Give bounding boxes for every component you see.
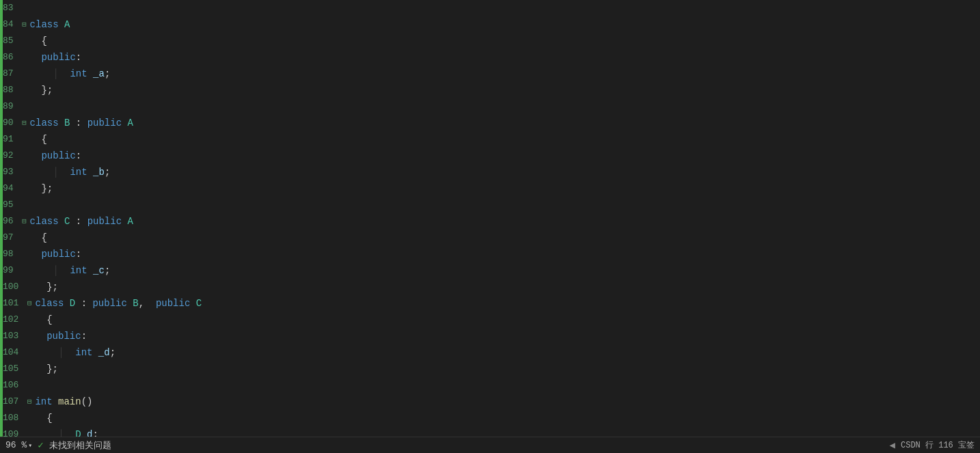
code-90[interactable]: class B : public A	[30, 115, 133, 131]
fold-105	[24, 361, 35, 377]
table-row: 88 };	[3, 82, 980, 98]
fold-103	[24, 328, 35, 344]
code-107[interactable]: int main()	[35, 394, 92, 410]
line-number-95: 95	[3, 197, 19, 213]
fold-97	[19, 230, 30, 246]
table-row: 101 ⊟ class D : public B, public C	[3, 295, 980, 312]
table-row: 99 │ int _c;	[3, 262, 980, 279]
status-text: 未找到相关问题	[49, 439, 111, 452]
table-row: 96 ⊟ class C : public A	[3, 213, 980, 230]
line-number-108: 108	[3, 410, 24, 426]
status-left: 96 % ▾ ✓ 未找到相关问题	[5, 439, 111, 452]
fold-95	[19, 197, 30, 213]
table-row: 100 };	[3, 279, 980, 295]
line-number-100: 100	[3, 279, 24, 295]
table-row: 90 ⊟ class B : public A	[3, 115, 980, 131]
table-row: 93 │ int _b;	[3, 164, 980, 180]
code-103[interactable]: public:	[35, 328, 87, 344]
code-94[interactable]: };	[30, 180, 53, 197]
fold-102	[24, 312, 35, 328]
table-row: 109 │ D d;	[3, 426, 980, 437]
table-row: 105 };	[3, 361, 980, 377]
line-number-102: 102	[3, 312, 24, 328]
table-row: 94 };	[3, 180, 980, 197]
code-108[interactable]: {	[35, 410, 52, 426]
line-number-98: 98	[3, 246, 19, 262]
fold-83	[19, 0, 30, 16]
line-number-101: 101	[3, 295, 24, 312]
fold-88	[19, 82, 30, 98]
line-number-84: 84	[3, 16, 19, 33]
fold-90[interactable]: ⊟	[19, 115, 30, 131]
fold-93	[19, 164, 30, 180]
table-row: 87 │ int _a;	[3, 66, 980, 82]
fold-98	[19, 246, 30, 262]
line-number-103: 103	[3, 328, 24, 344]
code-98[interactable]: public:	[30, 246, 82, 262]
fold-96[interactable]: ⊟	[19, 213, 30, 230]
code-86[interactable]: public:	[30, 49, 82, 66]
table-row: 85 {	[3, 33, 980, 49]
line-number-88: 88	[3, 82, 19, 98]
fold-99	[19, 262, 30, 279]
code-92[interactable]: public:	[30, 148, 82, 164]
code-93[interactable]: │ int _b;	[30, 164, 111, 180]
line-number-85: 85	[3, 33, 19, 49]
line-number-107: 107	[3, 394, 24, 410]
line-number-99: 99	[3, 262, 19, 279]
code-100[interactable]: };	[35, 279, 58, 295]
table-row: 83	[3, 0, 980, 16]
right-text: CSDN 行 116 宝签	[901, 439, 975, 451]
lines-container: 83 84 ⊟ class A 85 { 86 public: 87 │ i	[3, 0, 980, 437]
code-101[interactable]: class D : public B, public C	[35, 295, 202, 312]
fold-94	[19, 180, 30, 197]
zoom-dropdown-icon[interactable]: ▾	[28, 441, 32, 450]
table-row: 97 {	[3, 230, 980, 246]
status-check-icon: ✓	[38, 439, 43, 451]
fold-89	[19, 98, 30, 115]
fold-87	[19, 66, 30, 82]
table-row: 91 {	[3, 131, 980, 148]
fold-84[interactable]: ⊟	[19, 16, 30, 33]
line-number-96: 96	[3, 213, 19, 230]
code-109[interactable]: │ D d;	[35, 426, 98, 437]
line-number-83: 83	[3, 0, 19, 16]
fold-85	[19, 33, 30, 49]
table-row: 103 public:	[3, 328, 980, 344]
code-91[interactable]: {	[30, 131, 47, 148]
zoom-value: 96 %	[5, 440, 27, 450]
line-number-91: 91	[3, 131, 19, 148]
zoom-level[interactable]: 96 % ▾	[5, 440, 32, 450]
table-row: 106	[3, 377, 980, 394]
code-88[interactable]: };	[30, 82, 53, 98]
line-number-104: 104	[3, 344, 24, 361]
code-96[interactable]: class C : public A	[30, 213, 133, 230]
code-85[interactable]: {	[30, 33, 47, 49]
nav-left-button[interactable]: ◀	[890, 439, 895, 451]
code-99[interactable]: │ int _c;	[30, 262, 111, 279]
line-number-90: 90	[3, 115, 19, 131]
code-87[interactable]: │ int _a;	[30, 66, 111, 82]
fold-108	[24, 410, 35, 426]
fold-104	[24, 344, 35, 361]
fold-109	[24, 426, 35, 437]
table-row: 107 ⊟ int main()	[3, 394, 980, 410]
line-number-105: 105	[3, 361, 24, 377]
code-104[interactable]: │ int _d;	[35, 344, 115, 361]
table-row: 84 ⊟ class A	[3, 16, 980, 33]
fold-101[interactable]: ⊟	[24, 295, 35, 312]
line-number-109: 109	[3, 426, 24, 437]
table-row: 95	[3, 197, 980, 213]
line-number-89: 89	[3, 98, 19, 115]
code-97[interactable]: {	[30, 230, 47, 246]
code-105[interactable]: };	[35, 361, 58, 377]
line-number-92: 92	[3, 148, 19, 164]
table-row: 89	[3, 98, 980, 115]
fold-92	[19, 148, 30, 164]
table-row: 108 {	[3, 410, 980, 426]
code-84[interactable]: class A	[30, 16, 70, 33]
code-102[interactable]: {	[35, 312, 52, 328]
fold-107[interactable]: ⊟	[24, 394, 35, 410]
line-number-94: 94	[3, 180, 19, 197]
line-number-97: 97	[3, 230, 19, 246]
